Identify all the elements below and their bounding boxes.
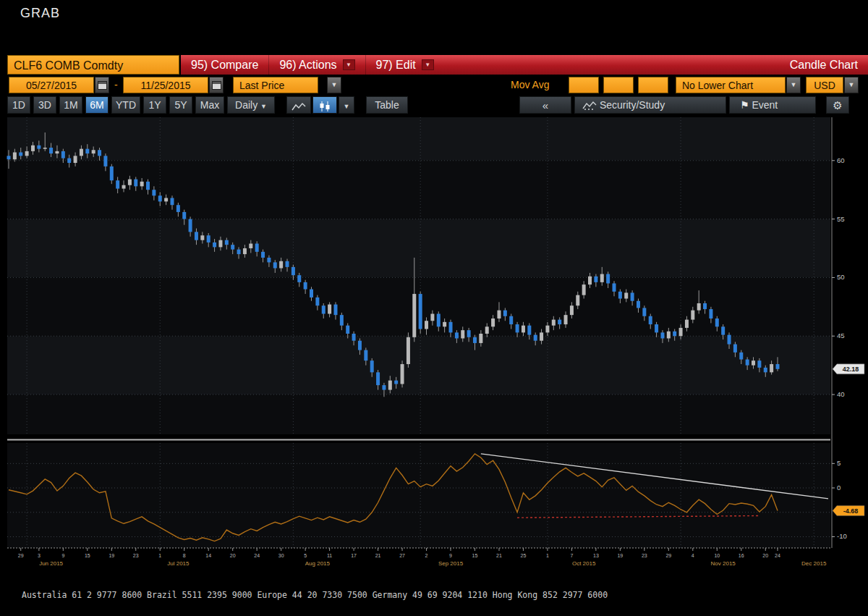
candle (545, 326, 549, 333)
candle (189, 219, 192, 232)
candle (679, 328, 683, 336)
candle (467, 330, 471, 337)
svg-text:Jun 2015: Jun 2015 (39, 560, 63, 567)
candle (606, 274, 610, 284)
date-axis-labels: 2939151923181420243051117212729152125171… (18, 548, 827, 567)
candle-chart-canvas[interactable]: 605550454050-1042.18-4.68293915192318142… (0, 0, 868, 616)
candle (691, 311, 694, 320)
candle (588, 277, 592, 284)
candle (225, 240, 229, 245)
svg-text:8: 8 (183, 553, 186, 558)
candle (552, 320, 556, 326)
candle (600, 274, 604, 282)
candle (243, 248, 247, 254)
candle (376, 372, 380, 385)
candle (770, 364, 773, 372)
candle (37, 145, 41, 149)
candle (98, 150, 101, 156)
candle (576, 295, 579, 306)
candle (340, 315, 344, 326)
candle (255, 244, 259, 252)
candle (757, 360, 761, 368)
svg-text:23: 23 (133, 553, 139, 558)
candle (461, 330, 464, 338)
candle (509, 316, 513, 324)
svg-text:16: 16 (739, 553, 744, 558)
candle (333, 305, 337, 316)
candle (358, 341, 362, 350)
candle (685, 320, 689, 328)
candle (152, 190, 156, 195)
candle (443, 322, 446, 326)
svg-text:24: 24 (775, 553, 780, 558)
svg-text:55: 55 (837, 215, 845, 223)
candle (61, 151, 65, 159)
candle (207, 235, 210, 242)
candle (394, 381, 398, 384)
candle (74, 156, 77, 163)
svg-text:20: 20 (762, 553, 768, 558)
candle (437, 314, 441, 327)
candle (752, 360, 755, 365)
candle (649, 316, 652, 324)
svg-text:30: 30 (278, 553, 284, 558)
candle (200, 235, 204, 240)
candle (382, 385, 386, 389)
candle (43, 148, 47, 149)
candle (667, 332, 671, 339)
svg-text:1: 1 (158, 553, 161, 558)
svg-text:23: 23 (642, 553, 647, 558)
svg-text:29: 29 (665, 553, 671, 558)
candle (660, 332, 664, 338)
svg-text:Oct 2015: Oct 2015 (572, 560, 596, 567)
candle (570, 305, 574, 315)
candle (497, 311, 501, 318)
candle (775, 364, 779, 369)
svg-text:Jul 2015: Jul 2015 (167, 560, 190, 567)
candle (364, 350, 367, 361)
svg-text:11: 11 (327, 553, 332, 558)
candle (485, 326, 489, 334)
svg-text:14: 14 (205, 553, 211, 558)
candle (473, 337, 477, 343)
svg-text:40: 40 (837, 390, 845, 398)
candle (721, 326, 725, 334)
candle (655, 324, 658, 332)
candle (7, 156, 11, 159)
candle (703, 303, 707, 309)
svg-text:29: 29 (18, 553, 24, 558)
svg-text:-4.68: -4.68 (843, 507, 859, 515)
candle (346, 326, 349, 334)
svg-text:2: 2 (425, 553, 428, 558)
candle (425, 321, 428, 329)
candle (430, 314, 434, 321)
candle (642, 308, 646, 316)
candle (297, 275, 301, 282)
svg-text:24: 24 (254, 553, 260, 558)
candle (370, 360, 374, 372)
candle (582, 284, 586, 295)
candle (176, 205, 180, 212)
candle (237, 250, 241, 254)
svg-text:Aug 2015: Aug 2015 (305, 560, 331, 567)
candle (624, 292, 628, 298)
candle (352, 334, 356, 341)
svg-text:19: 19 (109, 553, 114, 558)
candle (637, 301, 640, 308)
candle (491, 318, 495, 326)
candle (697, 303, 701, 311)
candle (449, 322, 453, 333)
svg-text:9: 9 (449, 553, 452, 558)
svg-text:19: 19 (617, 553, 623, 558)
candle (128, 180, 132, 185)
svg-text:50: 50 (837, 273, 845, 281)
candle (292, 267, 295, 275)
candle (407, 337, 410, 364)
candle (613, 284, 616, 292)
svg-text:Nov 2015: Nov 2015 (711, 560, 736, 567)
candle (564, 315, 568, 324)
candle (103, 156, 107, 166)
candle (315, 298, 319, 305)
candle (527, 326, 531, 335)
svg-text:9: 9 (61, 553, 64, 558)
